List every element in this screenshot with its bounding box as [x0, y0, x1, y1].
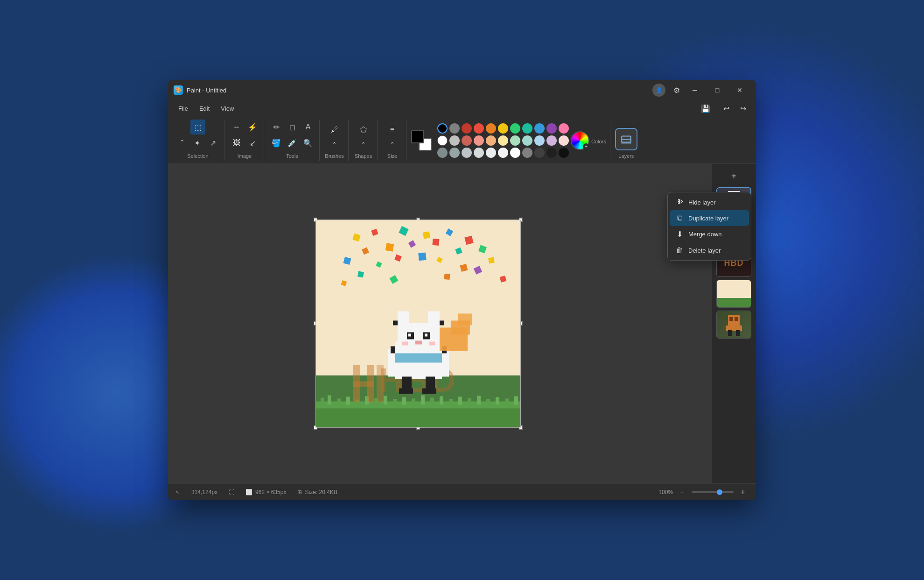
- color-teal[interactable]: [522, 123, 532, 134]
- selection-options-button[interactable]: ⌃: [175, 135, 189, 149]
- color-peach[interactable]: [486, 135, 496, 146]
- delete-layer-item[interactable]: 🗑 Delete layer: [670, 242, 749, 258]
- color-darkest[interactable]: [559, 148, 569, 158]
- selection-arrow-button[interactable]: ↗: [205, 135, 220, 150]
- fit-button[interactable]: ⛶: [229, 489, 234, 495]
- color-white[interactable]: [437, 135, 448, 146]
- layer-4-thumbnail[interactable]: [716, 280, 751, 308]
- close-button[interactable]: ✕: [729, 83, 750, 98]
- color-lightyellow[interactable]: [498, 135, 508, 146]
- color-smoke[interactable]: [474, 148, 484, 158]
- color-mid-gray[interactable]: [522, 148, 532, 158]
- color-silver[interactable]: [449, 135, 460, 146]
- menu-file[interactable]: File: [174, 103, 193, 114]
- eyedropper-button[interactable]: 💉: [285, 135, 300, 150]
- minimize-button[interactable]: ─: [684, 83, 706, 98]
- color-concrete[interactable]: [449, 148, 460, 158]
- color-lightblue[interactable]: [534, 135, 545, 146]
- zoom-tool-button[interactable]: 🔍: [301, 135, 315, 150]
- image-group: ↔ ⚡ 🖼 ↙ Image: [225, 120, 264, 161]
- selection-rect-button[interactable]: ⬚: [190, 120, 205, 134]
- color-orange[interactable]: [486, 123, 496, 134]
- color-lightred[interactable]: [474, 135, 484, 146]
- svg-rect-16: [488, 257, 495, 264]
- color-pink[interactable]: [559, 123, 569, 134]
- shapes-button[interactable]: ⬠: [355, 122, 372, 137]
- svg-rect-93: [728, 330, 732, 336]
- settings-button[interactable]: ⚙: [669, 83, 684, 98]
- brushes-group: 🖊 ⌃ Brushes: [321, 120, 349, 161]
- color-blue[interactable]: [534, 123, 545, 134]
- svg-rect-0: [622, 139, 631, 142]
- zoom-in-button[interactable]: +: [737, 487, 749, 498]
- cursor-icon: ↖: [175, 489, 180, 495]
- active-colors[interactable]: [411, 130, 432, 151]
- svg-rect-50: [402, 342, 408, 346]
- pencil-button[interactable]: ✏: [269, 120, 284, 134]
- svg-rect-34: [440, 321, 444, 325]
- svg-rect-2: [622, 142, 631, 144]
- color-snow[interactable]: [486, 148, 496, 158]
- redo-button[interactable]: ↪: [735, 102, 750, 115]
- rotate-button[interactable]: ↔: [229, 120, 244, 134]
- color-clouds[interactable]: [462, 148, 472, 158]
- hide-layer-item[interactable]: 👁 Hide layer: [670, 194, 749, 210]
- shapes-dropdown[interactable]: ⌃: [357, 138, 370, 150]
- menu-view[interactable]: View: [216, 103, 238, 114]
- color-dark-gray[interactable]: [534, 148, 545, 158]
- svg-rect-10: [362, 248, 369, 255]
- color-alabaster[interactable]: [498, 148, 508, 158]
- color-near-black[interactable]: [546, 148, 557, 158]
- menu-edit[interactable]: Edit: [195, 103, 214, 114]
- color-slate[interactable]: [437, 148, 448, 158]
- color-gray[interactable]: [449, 123, 460, 134]
- window-title: Paint - Untitled: [187, 87, 652, 94]
- svg-rect-12: [408, 240, 416, 248]
- zoom-thumb[interactable]: [717, 489, 722, 495]
- user-avatar[interactable]: 👤: [652, 84, 665, 97]
- canvas-image[interactable]: HBD: [315, 220, 521, 428]
- add-layer-button[interactable]: +: [726, 168, 742, 184]
- layers-toggle-button[interactable]: [615, 128, 637, 150]
- image-edit-button[interactable]: 🖼: [229, 135, 244, 150]
- svg-rect-74: [505, 399, 509, 405]
- selection-fill-button[interactable]: ✦: [189, 135, 204, 150]
- duplicate-layer-item[interactable]: ⧉ Duplicate layer: [670, 210, 749, 226]
- color-lightteal[interactable]: [522, 135, 532, 146]
- color-lavender[interactable]: [546, 135, 557, 146]
- brush-button[interactable]: 🖊: [326, 122, 343, 137]
- brush-dropdown[interactable]: ⌃: [328, 138, 341, 150]
- color-lightgreen[interactable]: [510, 135, 520, 146]
- color-red[interactable]: [474, 123, 484, 134]
- color-near-white[interactable]: [510, 148, 520, 158]
- zoom-out-button[interactable]: −: [677, 487, 688, 498]
- image-arrow-button[interactable]: ↙: [245, 135, 260, 150]
- merge-down-item[interactable]: ⬇ Merge down: [670, 226, 749, 242]
- layer-5-thumbnail[interactable]: [716, 311, 751, 339]
- color-darkred[interactable]: [462, 123, 472, 134]
- adjust-button[interactable]: ⚡: [245, 120, 260, 134]
- maximize-button[interactable]: □: [707, 83, 728, 98]
- svg-rect-91: [735, 317, 738, 321]
- undo-button[interactable]: ↩: [719, 102, 734, 115]
- save-button[interactable]: 💾: [698, 101, 713, 116]
- color-purple[interactable]: [546, 123, 557, 134]
- color-green[interactable]: [510, 123, 520, 134]
- color-mistyrose[interactable]: [559, 135, 569, 146]
- zoom-slider[interactable]: [692, 491, 734, 493]
- size-dropdown[interactable]: ⌃: [386, 138, 399, 150]
- foreground-color[interactable]: [411, 130, 424, 143]
- text-button[interactable]: A: [301, 120, 315, 134]
- shapes-group: ⬠ ⌃ Shapes: [350, 120, 378, 161]
- fill-button[interactable]: 🪣: [269, 135, 284, 150]
- color-salmon[interactable]: [462, 135, 472, 146]
- cursor-tool: ↖: [175, 489, 180, 495]
- menu-bar: File Edit View 💾 ↩ ↪: [168, 100, 756, 117]
- canvas-area[interactable]: HBD: [168, 164, 712, 483]
- color-black[interactable]: [437, 123, 448, 134]
- size-button[interactable]: ≡: [384, 122, 401, 137]
- svg-rect-43: [458, 314, 472, 325]
- color-yellow[interactable]: [498, 123, 508, 134]
- eraser-button[interactable]: ◻: [285, 120, 300, 134]
- color-picker-button[interactable]: [571, 131, 589, 150]
